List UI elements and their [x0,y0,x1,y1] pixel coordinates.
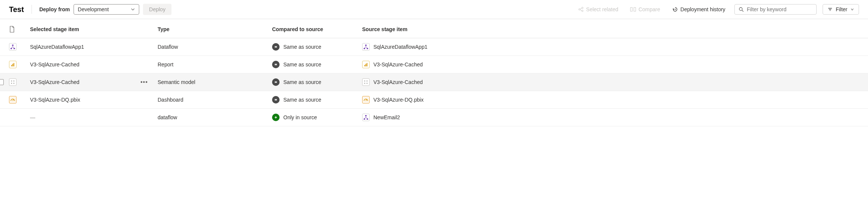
svg-line-18 [11,47,13,48]
chevron-down-icon [850,8,854,11]
deploy-from-label: Deploy from [39,6,70,12]
filter-button[interactable]: Filter [823,4,859,15]
same-as-source-icon [272,78,280,86]
compare-icon [630,6,636,12]
svg-point-38 [11,83,12,84]
item-name: SqlAzureDataflowApp1 [30,44,84,50]
svg-line-57 [366,117,367,118]
chevron-down-icon [131,7,135,12]
svg-rect-52 [365,115,367,116]
dataflow-icon [362,114,370,121]
deploy-button[interactable]: Deploy [143,4,171,15]
file-icon [9,26,15,33]
dashboard-icon [362,96,370,104]
svg-line-27 [366,47,367,48]
table-row[interactable]: V3-SqlAzure-Cached•••Semantic modelSame … [0,74,868,91]
column-type-header[interactable]: Type [158,26,272,32]
table-row[interactable]: V3-SqlAzure-DQ.pbixDashboardSame as sour… [0,91,868,109]
column-source-header[interactable]: Source stage item [362,26,859,32]
source-item-name: V3-SqlAzure-DQ.pbix [373,97,424,103]
column-selected-header[interactable]: Selected stage item [30,26,158,32]
table-header: Selected stage item Type Compared to sou… [0,19,868,38]
svg-point-37 [14,81,14,81]
semantic-model-icon [9,78,17,86]
report-icon [362,61,370,68]
item-name: V3-SqlAzure-Cached [30,79,80,85]
divider [32,5,32,14]
svg-point-36 [11,81,12,81]
svg-rect-5 [630,8,632,11]
svg-rect-28 [11,65,12,66]
item-type: Report [158,62,173,68]
svg-point-0 [579,9,580,10]
svg-point-43 [367,81,367,81]
deployment-history-button[interactable]: Deployment history [669,4,728,15]
svg-rect-22 [365,45,367,46]
svg-point-39 [14,83,14,84]
dataflow-icon [362,43,370,51]
deployment-history-label: Deployment history [680,6,725,12]
history-icon [672,6,678,12]
header-bar: Test Deploy from Development Deploy Sele… [0,0,868,19]
svg-rect-34 [366,64,366,66]
svg-rect-14 [12,45,14,46]
svg-rect-29 [12,64,13,66]
svg-point-1 [582,7,583,9]
compare-button[interactable]: Compare [627,4,663,15]
svg-line-10 [742,10,743,12]
svg-point-2 [582,10,583,12]
deploy-group: Deploy from Development Deploy [39,4,171,15]
svg-line-46 [13,99,14,101]
same-as-source-icon [272,96,280,104]
svg-rect-53 [364,118,365,120]
search-box[interactable] [734,4,817,15]
search-input[interactable] [747,6,812,12]
source-item-name: V3-SqlAzure-Cached [373,79,423,85]
svg-line-8 [675,9,676,10]
row-checkbox[interactable] [0,79,4,85]
svg-rect-24 [367,48,368,49]
svg-line-26 [364,47,366,48]
semantic-model-icon [362,78,370,86]
select-related-button[interactable]: Select related [575,4,621,15]
deploy-source-value: Development [78,6,109,12]
deploy-source-select[interactable]: Development [74,4,139,15]
table-row[interactable]: —dataflowOnly in sourceNewEmail2 [0,109,868,126]
source-item-name: NewEmail2 [373,114,400,120]
items-table: Selected stage item Type Compared to sou… [0,19,868,126]
dataflow-icon [9,43,17,51]
item-name: — [30,114,35,120]
svg-line-19 [13,47,14,48]
svg-rect-35 [367,63,367,66]
svg-point-9 [739,8,742,10]
report-icon [9,61,17,68]
svg-rect-6 [634,8,636,11]
comparison-status: Same as source [283,79,321,85]
table-row[interactable]: SqlAzureDataflowApp1DataflowSame as sour… [0,38,868,56]
svg-rect-23 [364,48,365,49]
item-name: V3-SqlAzure-DQ.pbix [30,97,80,103]
table-row[interactable]: V3-SqlAzure-CachedReportSame as sourceV3… [0,56,868,74]
select-related-label: Select related [586,6,618,12]
comparison-status: Only in source [283,114,317,120]
svg-rect-16 [14,48,15,49]
svg-line-49 [366,99,367,101]
comparison-status: Same as source [283,62,321,68]
same-as-source-icon [272,61,280,68]
dashboard-icon [9,96,17,104]
column-compared-header[interactable]: Compared to source [272,26,362,32]
item-type: Dashboard [158,97,184,103]
filter-icon [827,7,833,12]
svg-rect-33 [364,65,365,66]
item-type: dataflow [158,114,177,120]
page-title: Test [9,5,24,14]
source-item-name: SqlAzureDataflowApp1 [373,44,427,50]
item-type: Semantic model [158,79,195,85]
search-icon [739,7,744,12]
same-as-source-icon [272,43,280,51]
item-type: Dataflow [158,44,178,50]
item-name: V3-SqlAzure-Cached [30,62,80,68]
more-options-button[interactable]: ••• [140,79,148,86]
svg-rect-15 [11,48,12,49]
svg-point-45 [367,83,367,84]
